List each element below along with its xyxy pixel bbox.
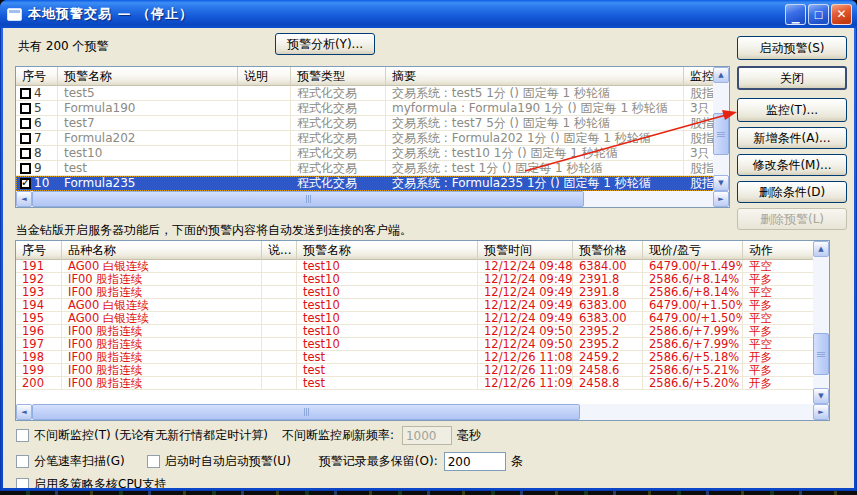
record-row[interactable]: 198 IF00 股指连续 test 12/12/26 11:08 2459.2… [16,351,829,364]
record-current-pnl: 2586.6/+5.21% [643,364,743,377]
column-header[interactable]: 预警类型 [291,67,386,86]
record-note [262,312,297,325]
record-note [262,364,297,377]
scroll-thumb[interactable] [713,113,729,155]
close-window-button[interactable]: ✕ [831,4,852,25]
maximize-button[interactable]: □ [808,4,829,25]
row-checkbox[interactable] [20,178,31,189]
column-header[interactable]: 说... [262,241,297,260]
scroll-right-icon[interactable]: ► [813,404,829,420]
record-row[interactable]: 191 AG00 白银连续 test10 12/12/24 09:48 6384… [16,260,829,273]
scroll-left-icon[interactable]: ◄ [16,191,32,207]
analyze-alerts-button[interactable]: 预警分析(Y)... [275,33,375,55]
record-time: 12/12/26 11:09 [478,364,573,377]
record-row[interactable]: 200 IF00 股指连续 test 12/12/26 11:09 2458.8… [16,377,829,390]
alert-row[interactable]: 7 Formula202 程式化交易 交易系统 : Formula202 1分 … [16,131,729,146]
keep-records-label: 预警记录最多保留(O): [319,453,438,470]
tick-scan-checkbox[interactable] [16,455,29,468]
record-note [262,273,297,286]
alert-row-no-cell: 8 [16,146,58,161]
column-header[interactable]: 动作 [743,241,813,260]
column-header[interactable]: 预警名称 [58,67,238,86]
row-checkbox[interactable] [20,103,31,114]
alert-row[interactable]: 8 test10 程式化交易 交易系统 : test10 1分 () 固定每 1… [16,146,729,161]
column-header[interactable]: 摘要 [386,67,684,86]
continuous-monitor-label: 不间断监控(T) (无论有无新行情都定时计算) [34,427,268,444]
record-instrument: IF00 股指连续 [62,325,262,338]
scroll-thumb[interactable] [32,191,584,207]
alert-summary: 交易系统 : test10 1分 () 固定每 1 秒轮循 [386,146,684,161]
scroll-right-icon[interactable]: ► [713,191,729,207]
alert-row[interactable]: 10 Formula235 程式化交易 交易系统 : Formula235 1分… [16,176,729,191]
alert-row[interactable]: 5 Formula190 程式化交易 myformula : Formula19… [16,101,729,116]
close-dialog-button[interactable]: 关闭 [737,66,847,90]
row-checkbox[interactable] [20,133,31,144]
alerts-vertical-scrollbar[interactable]: ▲ ▼ [713,67,729,191]
multi-cpu-checkbox[interactable] [16,478,29,488]
record-row[interactable]: 195 AG00 白银连续 test10 12/12/24 09:49 6383… [16,312,829,325]
row-checkbox[interactable] [20,163,31,174]
alert-row[interactable]: 9 test 程式化交易 交易系统 : test 1分 () 固定每 1 秒轮循… [16,161,729,176]
scroll-up-icon[interactable]: ▲ [813,241,829,257]
window-icon [7,8,22,21]
record-instrument: IF00 股指连续 [62,286,262,299]
column-header[interactable]: 品种名称 [62,241,262,260]
monitor-button[interactable]: 监控(T)... [737,98,847,122]
continuous-monitor-checkbox[interactable] [16,429,29,442]
row-checkbox[interactable] [20,118,31,129]
modify-condition-button[interactable]: 修改条件(M)... [737,154,847,176]
row-checkbox[interactable] [20,88,31,99]
alert-row-no-cell: 5 [16,101,58,116]
minimize-button[interactable]: ▁ [785,4,806,25]
title-bar[interactable]: 本地预警交易 — （停止） ▁ □ ✕ [0,0,857,28]
alert-monitor: 股指连续 [684,86,713,101]
column-header[interactable]: 说明 [238,67,291,86]
record-alert-name: test10 [297,312,478,325]
records-horizontal-scrollbar[interactable]: ◄ ► [16,404,829,420]
scroll-down-icon[interactable]: ▼ [713,175,729,191]
column-header[interactable]: 预警价格 [573,241,643,260]
record-note [262,299,297,312]
thumb-grip-icon [717,132,725,137]
record-row[interactable]: 192 IF00 股指连续 test10 12/12/24 09:49 2391… [16,273,829,286]
scroll-track[interactable] [32,404,813,420]
alert-row[interactable]: 4 test5 程式化交易 交易系统 : test5 1分 () 固定每 1 秒… [16,86,729,101]
record-action: 平空 [743,260,813,273]
record-row[interactable]: 197 IF00 股指连续 test10 12/12/24 09:50 2395… [16,338,829,351]
alert-count-label: 共有 200 个预警 [18,38,109,55]
record-row[interactable]: 196 IF00 股指连续 test10 12/12/24 09:50 2395… [16,325,829,338]
row-checkbox[interactable] [20,148,31,159]
scroll-down-icon[interactable]: ▼ [813,388,829,404]
scroll-track[interactable] [32,191,713,207]
delete-condition-button[interactable]: 删除条件(D) [737,181,847,203]
alert-monitor: 股指连续 [684,161,713,176]
column-header[interactable]: 预警时间 [478,241,573,260]
alert-row[interactable]: 6 test7 程式化交易 交易系统 : test7 5分 () 固定每 1 秒… [16,116,729,131]
keep-records-input[interactable] [444,452,506,471]
auto-start-checkbox[interactable] [147,455,160,468]
scroll-up-icon[interactable]: ▲ [713,67,729,83]
record-price: 6383.00 [573,312,643,325]
column-header[interactable]: 现价/盈亏 [643,241,743,260]
scroll-track[interactable] [813,257,829,388]
window-title: 本地预警交易 — （停止） [28,5,785,23]
scroll-track[interactable] [713,83,729,175]
dialog-window: 本地预警交易 — （停止） ▁ □ ✕ 共有 200 个预警 预警分析(Y)..… [0,0,857,491]
column-header[interactable]: 监控 [684,67,713,86]
scroll-thumb[interactable] [32,404,580,420]
start-alerts-button[interactable]: 启动预警(S) [737,36,847,60]
scroll-left-icon[interactable]: ◄ [16,404,32,420]
record-row[interactable]: 193 IF00 股指连续 test10 12/12/24 09:49 2391… [16,286,829,299]
delete-alert-button[interactable]: 删除预警(L) [737,208,847,230]
record-row[interactable]: 199 IF00 股指连续 test 12/12/26 11:09 2458.6… [16,364,829,377]
scroll-thumb[interactable] [813,333,829,375]
column-header[interactable]: 预警名称 [297,241,478,260]
add-condition-button[interactable]: 新增条件(A)... [737,127,847,149]
record-note [262,260,297,273]
records-vertical-scrollbar[interactable]: ▲ ▼ [813,241,829,404]
record-row[interactable]: 194 AG00 白银连续 test10 12/12/24 09:49 6383… [16,299,829,312]
column-header[interactable]: 序号 [16,67,58,86]
column-header[interactable]: 序号 [16,241,62,260]
alerts-horizontal-scrollbar[interactable]: ◄ ► [16,191,729,207]
refresh-rate-input[interactable] [402,426,452,445]
